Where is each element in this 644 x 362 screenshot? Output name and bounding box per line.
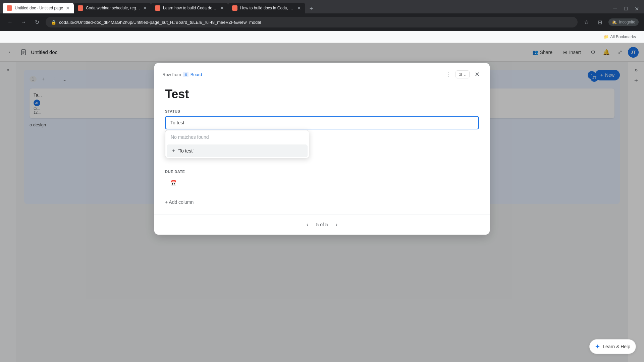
page-info: 5 of 5 [316, 222, 328, 227]
incognito-badge: 🕵 Incognito [608, 18, 639, 26]
create-option-plus-icon: + [172, 148, 175, 154]
close-window-button[interactable]: ✕ [632, 4, 641, 13]
row-from-label: Row from [162, 72, 181, 77]
modal-view-button[interactable]: ⊡ ⌄ [455, 70, 470, 78]
tab-2-title: Coda webinar schedule, regist... [86, 6, 140, 10]
dropdown-create-item[interactable]: + 'To test' [167, 144, 308, 157]
tab-4-title: How to build docs in Coda, cre... [240, 6, 294, 10]
modal-footer: ‹ 5 of 5 › [154, 214, 490, 235]
all-bookmarks-label: All Bookmarks [610, 35, 636, 39]
tab-1-favicon [7, 5, 12, 11]
incognito-label: Incognito [619, 20, 635, 24]
modal-header-actions: ⋮ ⊡ ⌄ ✕ [443, 70, 482, 79]
lock-icon: 🔒 [51, 20, 56, 25]
refresh-button[interactable]: ↻ [32, 17, 42, 27]
back-button[interactable]: ← [5, 17, 15, 27]
board-icon: ⊞ [183, 72, 189, 77]
tab-4-close[interactable]: ✕ [297, 5, 301, 11]
modal-close-button[interactable]: ✕ [472, 70, 482, 79]
browser-chrome: Untitled doc · Untitled page ✕ Coda webi… [0, 0, 644, 43]
maximize-button[interactable]: □ [621, 4, 631, 13]
status-field-label: STATUS [165, 109, 479, 113]
modal-source: Row from ⊞ Board [162, 72, 202, 77]
calendar-icon: 📅 [170, 180, 177, 186]
help-button[interactable]: ✦ Learn & Help [589, 339, 636, 354]
modal-body: Test STATUS No matches found + 'To test' [154, 83, 490, 214]
tab-1-close[interactable]: ✕ [66, 5, 70, 11]
tab-bar: Untitled doc · Untitled page ✕ Coda webi… [0, 0, 644, 13]
status-input-wrapper: No matches found + 'To test' [165, 116, 479, 129]
address-bar: ← → ↻ 🔒 coda.io/d/Untitled-doc_dk4MaGh2h… [0, 13, 644, 31]
modal-more-button[interactable]: ⋮ [443, 70, 453, 79]
tab-4[interactable]: How to build docs in Coda, cre... ✕ [228, 3, 305, 13]
bookmark-button[interactable]: ☆ [582, 17, 591, 27]
tab-4-favicon [232, 5, 237, 11]
tab-1[interactable]: Untitled doc · Untitled page ✕ [3, 3, 74, 13]
url-bar[interactable]: 🔒 coda.io/d/Untitled-doc_dk4MaGh2h6p/Unt… [46, 17, 578, 27]
tab-3-close[interactable]: ✕ [220, 5, 224, 11]
bookmarks-bar: 📁 All Bookmarks [0, 31, 644, 43]
tab-2-favicon [78, 5, 83, 11]
modal-overlay: Row from ⊞ Board ⋮ ⊡ ⌄ ✕ Test STATUS [0, 43, 644, 362]
due-date-field[interactable]: 📅 [165, 176, 479, 190]
status-field-section: STATUS No matches found + 'To test' [165, 109, 479, 129]
prev-page-button[interactable]: ‹ [303, 220, 312, 229]
folder-icon: 📁 [604, 35, 609, 39]
pagination: ‹ 5 of 5 › [303, 220, 341, 229]
view-chevron-icon: ⌄ [463, 72, 467, 77]
tab-2[interactable]: Coda webinar schedule, regist... ✕ [74, 3, 151, 13]
view-icon: ⊡ [459, 72, 462, 77]
extension-button[interactable]: ⊞ [595, 17, 604, 27]
add-column-label: + Add column [165, 199, 194, 205]
due-date-field-label: DUE DATE [165, 170, 479, 174]
url-text: coda.io/d/Untitled-doc_dk4MaGh2h6p/Untit… [59, 20, 572, 25]
new-tab-button[interactable]: + [307, 4, 316, 13]
modal-header: Row from ⊞ Board ⋮ ⊡ ⌄ ✕ [154, 63, 490, 83]
tab-2-close[interactable]: ✕ [143, 5, 147, 11]
all-bookmarks-link[interactable]: 📁 All Bookmarks [601, 33, 639, 41]
all-bookmarks[interactable]: 📁 All Bookmarks [601, 33, 639, 41]
tab-3-title: Learn how to build Coda docs... [163, 6, 217, 10]
dropdown-no-match-text: No matches found [165, 130, 309, 144]
status-dropdown: No matches found + 'To test' [165, 130, 309, 158]
tab-3[interactable]: Learn how to build Coda docs... ✕ [151, 3, 228, 13]
tab-3-favicon [155, 5, 160, 11]
dropdown-create-label: 'To test' [178, 148, 194, 154]
add-column-button[interactable]: + Add column [165, 197, 479, 207]
incognito-icon: 🕵 [612, 20, 617, 24]
help-label: Learn & Help [603, 344, 630, 349]
due-date-field-section: DUE DATE 📅 [165, 170, 479, 190]
row-modal: Row from ⊞ Board ⋮ ⊡ ⌄ ✕ Test STATUS [154, 63, 490, 235]
forward-button[interactable]: → [19, 17, 28, 27]
board-link-label[interactable]: Board [191, 72, 202, 77]
sparkle-icon: ✦ [595, 343, 600, 350]
status-input[interactable] [165, 116, 479, 129]
minimize-button[interactable]: ─ [610, 4, 620, 13]
tab-1-title: Untitled doc · Untitled page [15, 6, 63, 10]
modal-row-title: Test [165, 87, 479, 101]
next-page-button[interactable]: › [332, 220, 341, 229]
